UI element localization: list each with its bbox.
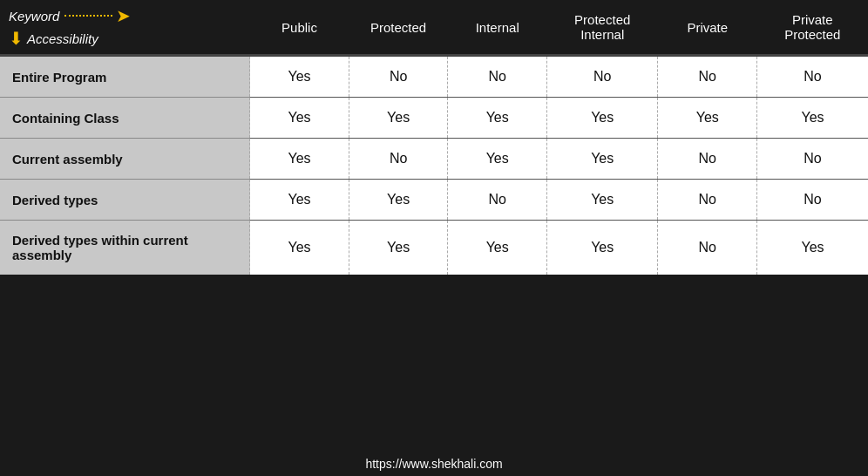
header-row: Keyword ➤ ⬇ Accessibility — [0, 0, 868, 54]
row-label: Derived types — [0, 180, 250, 221]
table-row: Derived typesYesYesNoYesNoNo — [0, 180, 868, 221]
footer: https://www.shekhali.com — [0, 452, 868, 476]
cell-value: Yes — [547, 98, 658, 139]
table-row: Entire ProgramYesNoNoNoNoNo — [0, 57, 868, 98]
cell-value: Yes — [547, 180, 658, 221]
accessibility-label: Accessibility — [27, 31, 98, 46]
cell-value: No — [349, 57, 448, 98]
cell-value: No — [658, 221, 757, 275]
cell-value: Yes — [448, 98, 547, 139]
cell-value: Yes — [250, 180, 349, 221]
cell-value: No — [448, 57, 547, 98]
table-wrapper: Keyword ➤ ⬇ Accessibility — [0, 0, 868, 452]
cell-value: No — [757, 139, 868, 180]
row-label: Derived types within current assembly — [0, 221, 250, 275]
cell-value: Yes — [547, 221, 658, 275]
col-header-protected-internal: ProtectedInternal — [547, 0, 658, 54]
footer-url: https://www.shekhali.com — [365, 457, 502, 471]
cell-value: No — [547, 57, 658, 98]
col-header-private-protected: PrivateProtected — [757, 0, 868, 54]
cell-value: Yes — [448, 221, 547, 275]
cell-value: No — [658, 180, 757, 221]
table-row: Derived types within current assemblyYes… — [0, 221, 868, 275]
col-header-private: Private — [658, 0, 757, 54]
cell-value: Yes — [349, 180, 448, 221]
row-label: Containing Class — [0, 98, 250, 139]
cell-value: No — [757, 57, 868, 98]
cell-value: Yes — [448, 139, 547, 180]
cell-value: Yes — [658, 98, 757, 139]
keyword-label: Keyword — [9, 9, 59, 24]
main-container: Keyword ➤ ⬇ Accessibility — [0, 0, 868, 476]
cell-value: No — [349, 139, 448, 180]
col-header-internal: Internal — [448, 0, 547, 54]
row-label: Entire Program — [0, 57, 250, 98]
cell-value: No — [658, 57, 757, 98]
cell-value: Yes — [547, 139, 658, 180]
col-header-protected: Protected — [349, 0, 448, 54]
cell-value: Yes — [250, 221, 349, 275]
cell-value: No — [757, 180, 868, 221]
cell-value: Yes — [349, 221, 448, 275]
table-body: Entire ProgramYesNoNoNoNoNoContaining Cl… — [0, 57, 868, 275]
cell-value: Yes — [250, 139, 349, 180]
cell-value: Yes — [757, 98, 868, 139]
cell-value: Yes — [250, 57, 349, 98]
cell-value: No — [448, 180, 547, 221]
col-header-public: Public — [250, 0, 349, 54]
accessibility-table: Keyword ➤ ⬇ Accessibility — [0, 0, 868, 275]
table-row: Current assemblyYesNoYesYesNoNo — [0, 139, 868, 180]
cell-value: Yes — [250, 98, 349, 139]
down-arrow-icon: ⬇ — [9, 28, 24, 49]
right-arrow-icon: ➤ — [116, 5, 131, 26]
table-row: Containing ClassYesYesYesYesYesYes — [0, 98, 868, 139]
keyword-accessibility-header: Keyword ➤ ⬇ Accessibility — [0, 0, 250, 54]
row-label: Current assembly — [0, 139, 250, 180]
cell-value: Yes — [349, 98, 448, 139]
cell-value: Yes — [757, 221, 868, 275]
cell-value: No — [658, 139, 757, 180]
